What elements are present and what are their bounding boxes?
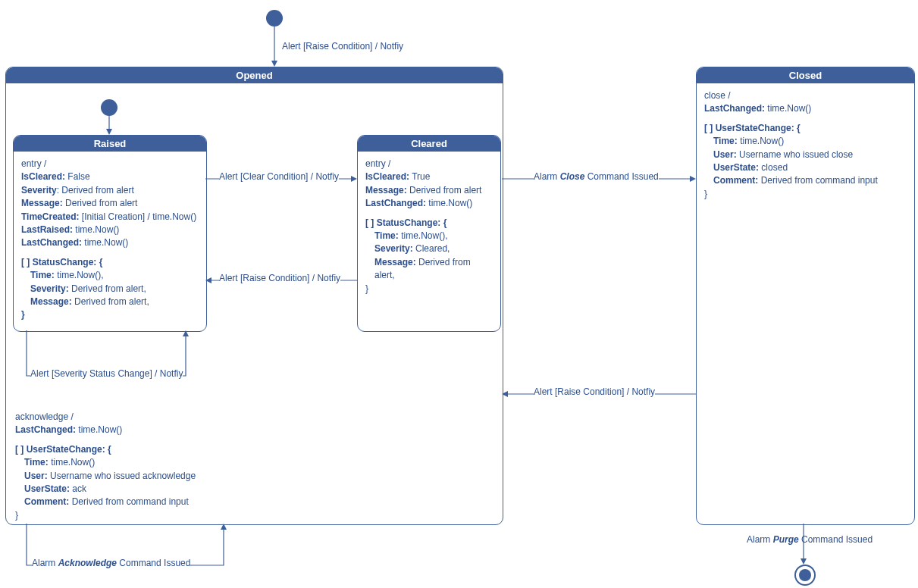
arrow-inner-initial-to-raised (105, 116, 114, 135)
svg-marker-5 (351, 176, 357, 182)
label-opened-to-closed: Alarm Close Command Issued (534, 171, 659, 182)
raised-sc-time: Time: time.Now(), (21, 269, 199, 282)
closed-usc-header: [ ] UserStateChange: { (704, 122, 907, 135)
cleared-sc-time: Time: time.Now(), (365, 230, 493, 242)
svg-marker-11 (690, 176, 696, 182)
label-raised-self: Alert [Severity Status Change] / Notfiy (30, 368, 183, 379)
ack-user: User: Username who issued acknowledge (15, 470, 196, 483)
cleared-entry: entry / (365, 158, 493, 170)
state-raised-body: entry / IsCleared: False Severity: Deriv… (14, 152, 206, 328)
raised-lastchanged: LastChanged: time.Now() (21, 236, 199, 249)
closed-time: Time: time.Now() (704, 135, 907, 148)
raised-sc-msg: Message: Derived from alert, (21, 296, 199, 308)
svg-marker-7 (205, 277, 211, 283)
state-closed-body: close / LastChanged: time.Now() [ ] User… (697, 83, 914, 207)
raised-lastraised: LastRaised: time.Now() (21, 224, 199, 236)
raised-timecreated: TimeCreated: [Initial Creation] / time.N… (21, 211, 199, 224)
state-raised-header: Raised (14, 136, 206, 152)
initial-state-top (266, 10, 283, 27)
ack-lastchanged: LastChanged: time.Now() (15, 424, 196, 436)
cleared-sc-msg: Message: Derived from alert, (365, 256, 493, 283)
svg-marker-8 (183, 330, 189, 336)
opened-ack-block: acknowledge / LastChanged: time.Now() [ … (15, 411, 196, 522)
closed-line1: close / (704, 89, 907, 102)
label-raised-to-cleared: Alert [Clear Condition] / Notfiy (219, 171, 339, 182)
cleared-sc-header: [ ] StatusChange: { (365, 217, 493, 230)
svg-marker-13 (502, 391, 508, 397)
label-cleared-to-raised: Alert [Raise Condition] / Notfiy (219, 273, 340, 283)
closed-close: } (704, 188, 907, 201)
cleared-lastchanged: LastChanged: time.Now() (365, 197, 493, 210)
raised-message: Message: Derived from alert (21, 197, 199, 210)
initial-state-inner (101, 99, 117, 116)
closed-userstate: UserState: closed (704, 161, 907, 174)
ack-line1: acknowledge / (15, 411, 196, 424)
ack-comment: Comment: Derived from command input (15, 496, 196, 508)
final-state (794, 565, 816, 586)
raised-sc-close: } (21, 308, 199, 321)
ack-usc-header: [ ] UserStateChange: { (15, 443, 196, 456)
cleared-sc-close: } (365, 283, 493, 296)
cleared-iscleared: IsCleared: True (365, 170, 493, 183)
arrow-initial-to-opened (271, 27, 280, 67)
raised-sc-sev: Severity: Derived from alert, (21, 283, 199, 296)
closed-lastchanged: LastChanged: time.Now() (704, 102, 907, 115)
raised-severity: Severity: Derived from alert (21, 184, 199, 197)
label-opened-self-ack: Alarm Acknowledge Command Issued (32, 558, 190, 568)
raised-iscleared: IsCleared: False (21, 170, 199, 183)
label-purge: Alarm Purge Command Issued (747, 534, 873, 545)
raised-entry: entry / (21, 158, 199, 170)
state-opened-header: Opened (6, 67, 503, 83)
svg-marker-9 (221, 524, 227, 530)
label-closed-to-opened: Alert [Raise Condition] / Notfiy (534, 386, 655, 397)
label-initial-transition: Alert [Raise Condition] / Notfiy (282, 41, 403, 52)
state-closed-header: Closed (697, 67, 914, 83)
closed-user: User: Username who issued close (704, 149, 907, 161)
ack-time: Time: time.Now() (15, 456, 196, 469)
raised-sc-header: [ ] StatusChange: { (21, 256, 199, 269)
cleared-message: Message: Derived from alert (365, 184, 493, 197)
svg-marker-1 (271, 61, 277, 67)
state-closed: Closed close / LastChanged: time.Now() [… (696, 67, 915, 525)
ack-userstate: UserState: ack (15, 483, 196, 496)
closed-comment: Comment: Derived from command input (704, 174, 907, 187)
ack-close: } (15, 509, 196, 522)
state-cleared: Cleared entry / IsCleared: True Message:… (357, 135, 501, 332)
svg-marker-15 (801, 558, 807, 565)
cleared-sc-sev: Severity: Cleared, (365, 242, 493, 255)
state-raised: Raised entry / IsCleared: False Severity… (13, 135, 207, 332)
state-cleared-body: entry / IsCleared: True Message: Derived… (358, 152, 500, 302)
state-cleared-header: Cleared (358, 136, 500, 152)
final-state-inner (799, 569, 811, 581)
svg-marker-3 (106, 129, 112, 135)
